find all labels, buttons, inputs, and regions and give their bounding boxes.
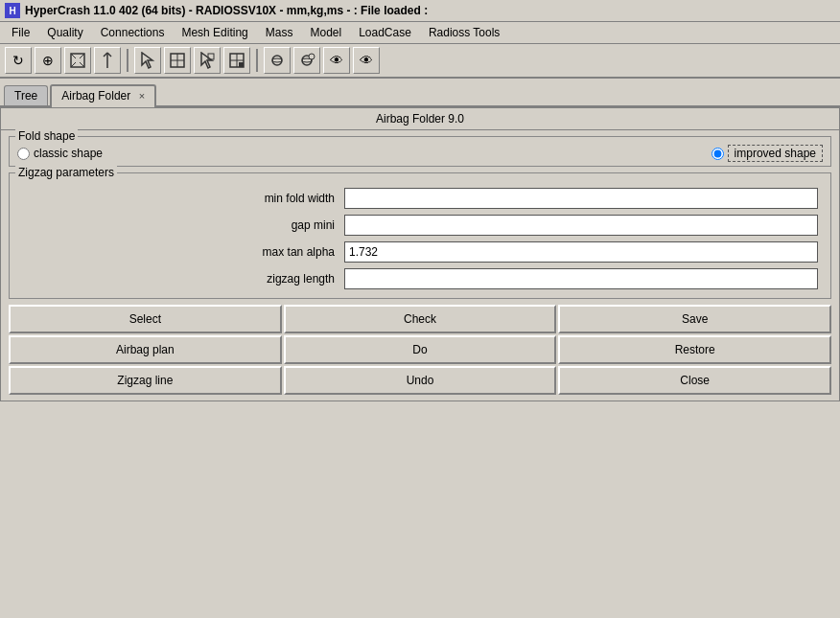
do-button[interactable]: Do — [284, 335, 557, 364]
panel-body: Fold shape classic shape improved shape — [1, 130, 839, 401]
zigzag-line-button[interactable]: Zigzag line — [9, 366, 282, 395]
title-bar: H HyperCrash 11.0 402 (64 bits) - RADIOS… — [0, 0, 840, 22]
menu-model[interactable]: Model — [302, 24, 349, 41]
gap-mini-input-cell — [339, 212, 823, 239]
fold-shape-section: Fold shape classic shape improved shape — [9, 136, 831, 167]
edit2-icon — [228, 52, 245, 69]
zigzag-section-label: Zigzag parameters — [15, 166, 117, 179]
toolbar-view4-btn[interactable]: 👁 — [353, 47, 380, 74]
param-row-min-fold-width: min fold width — [17, 185, 823, 212]
classic-shape-radio[interactable] — [17, 148, 30, 160]
zigzag-length-input[interactable] — [344, 268, 818, 289]
fold-shape-radio-row: classic shape improved shape — [17, 147, 823, 160]
fit-icon — [69, 52, 86, 69]
main-content: Airbag Folder 9.0 Fold shape classic sha… — [0, 107, 840, 401]
svg-rect-17 — [239, 62, 244, 67]
min-fold-width-label: min fold width — [17, 185, 339, 212]
restore-button[interactable]: Restore — [558, 335, 831, 364]
tab-tree[interactable]: Tree — [4, 85, 48, 105]
min-fold-width-input-cell — [339, 185, 823, 212]
toolbar-separator-2 — [256, 49, 258, 72]
improved-shape-label-wrapper: improved shape — [728, 147, 823, 160]
menu-mass[interactable]: Mass — [258, 24, 301, 41]
move-icon — [198, 52, 216, 69]
button-grid: Select Check Save Airbag plan Do Restore… — [9, 305, 831, 395]
split-icon — [99, 52, 116, 69]
toolbar-view2-btn[interactable] — [293, 47, 320, 74]
svg-marker-12 — [201, 53, 212, 68]
classic-shape-label: classic shape — [34, 147, 103, 160]
airbag-panel: Airbag Folder 9.0 Fold shape classic sha… — [0, 107, 840, 401]
improved-shape-radio[interactable] — [712, 148, 724, 160]
toolbar-edit2-btn[interactable] — [223, 47, 250, 74]
toolbar-fit-btn[interactable] — [64, 47, 91, 74]
toolbar-refresh-btn[interactable]: ↻ — [5, 47, 32, 74]
improved-shape-text: improved shape — [728, 145, 823, 162]
select-icon — [139, 52, 156, 69]
check-button[interactable]: Check — [284, 305, 557, 333]
toolbar-select-btn[interactable] — [134, 47, 161, 74]
zigzag-params-table: min fold width gap mini max tan alpha — [17, 185, 823, 292]
gap-mini-label: gap mini — [17, 212, 339, 239]
improved-shape-radio-item[interactable]: improved shape — [712, 147, 823, 160]
min-fold-width-input[interactable] — [344, 188, 818, 209]
max-tan-alpha-label: max tan alpha — [17, 239, 339, 265]
svg-point-22 — [309, 54, 315, 59]
param-row-zigzag-length: zigzag length — [17, 265, 823, 292]
zigzag-length-input-cell — [339, 265, 823, 292]
view1-icon — [268, 52, 286, 69]
close-button[interactable]: Close — [558, 366, 831, 395]
toolbar-zoom-btn[interactable]: ⊕ — [35, 47, 61, 74]
max-tan-alpha-input[interactable] — [344, 241, 818, 263]
svg-marker-8 — [142, 53, 152, 68]
zigzag-section: Zigzag parameters min fold width gap min… — [9, 172, 831, 299]
tab-tree-label: Tree — [14, 89, 37, 103]
app-icon: H — [5, 3, 20, 18]
toolbar: ↻ ⊕ — [0, 44, 840, 79]
gap-mini-input[interactable] — [344, 215, 818, 236]
menu-mesh-editing[interactable]: Mesh Editing — [174, 24, 255, 41]
toolbar-split-btn[interactable] — [94, 47, 121, 74]
toolbar-view1-btn[interactable] — [264, 47, 291, 74]
menu-loadcase[interactable]: LoadCase — [351, 24, 419, 41]
zigzag-length-label: zigzag length — [17, 265, 339, 292]
toolbar-edit-mesh-btn[interactable] — [164, 47, 191, 74]
param-row-gap-mini: gap mini — [17, 212, 823, 239]
undo-button[interactable]: Undo — [284, 366, 557, 395]
view2-icon — [298, 52, 315, 69]
tab-airbag-folder-label: Airbag Folder — [61, 89, 130, 103]
tab-close-icon[interactable]: × — [139, 90, 145, 102]
airbag-plan-button[interactable]: Airbag plan — [9, 335, 282, 364]
edit-mesh-icon — [169, 52, 186, 69]
panel-title: Airbag Folder 9.0 — [1, 108, 839, 130]
toolbar-move-btn[interactable] — [194, 47, 221, 74]
menu-connections[interactable]: Connections — [93, 24, 173, 41]
tab-airbag-folder[interactable]: Airbag Folder × — [50, 84, 156, 107]
select-button[interactable]: Select — [9, 305, 282, 333]
toolbar-view3-btn[interactable]: 👁 — [323, 47, 350, 74]
menu-bar: File Quality Connections Mesh Editing Ma… — [0, 22, 840, 44]
menu-file[interactable]: File — [4, 24, 37, 41]
toolbar-separator-1 — [127, 49, 128, 72]
max-tan-alpha-input-cell — [339, 239, 823, 265]
fold-shape-label: Fold shape — [15, 129, 78, 143]
menu-radioss-tools[interactable]: Radioss Tools — [421, 24, 507, 41]
param-row-max-tan-alpha: max tan alpha — [17, 239, 823, 265]
menu-quality[interactable]: Quality — [39, 24, 90, 41]
svg-point-19 — [272, 58, 282, 62]
classic-shape-radio-item[interactable]: classic shape — [17, 147, 103, 160]
tabs-area: Tree Airbag Folder × — [0, 79, 840, 107]
svg-point-18 — [272, 56, 282, 65]
save-button[interactable]: Save — [558, 305, 831, 333]
window-title: HyperCrash 11.0 402 (64 bits) - RADIOSSV… — [25, 4, 428, 17]
